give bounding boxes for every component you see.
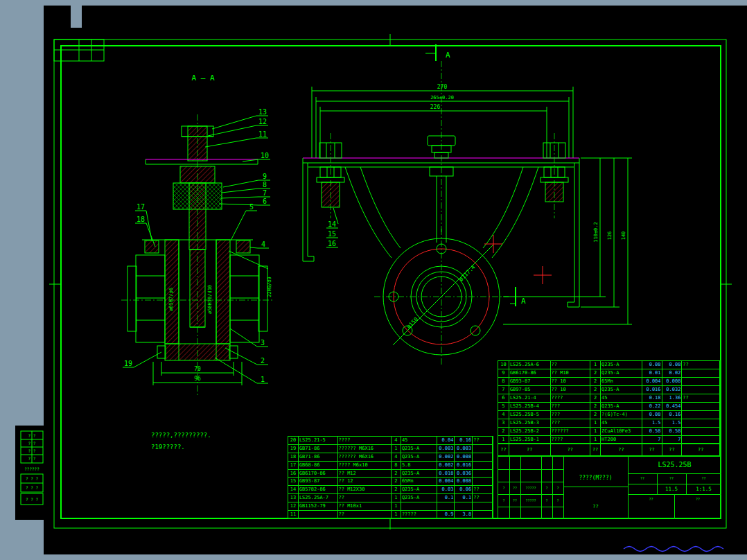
bom-cell-seq: 7 [498, 386, 509, 394]
bom-cell-qty: 8 [392, 462, 401, 470]
bom-cell-total-weight: 0.036 [455, 470, 473, 478]
bom-header-cell: ?? [551, 444, 591, 456]
title-block: ? ?? ????? ? ? ? ?? ????? ? ? ????(M???)… [498, 456, 721, 518]
bom-row: 4 LS25.25B-5 ??? 2 ?(6)Tc-4) 0.08 0.16 [498, 411, 720, 419]
bom-cell-material: 45 [401, 437, 437, 445]
bom-header-cell: ?? [601, 444, 642, 456]
margin-text: ? ? ? [26, 497, 38, 502]
bom-cell-material: 5.8 [401, 462, 437, 470]
dim-270: 270 [437, 84, 448, 90]
callout-4: 4 [261, 240, 265, 248]
bom-cell-total-weight: 0.06 [455, 486, 473, 494]
bom-cell-total-weight: 0.008 [455, 478, 473, 486]
dim-hub-fit: ø50H10/d10 [207, 285, 213, 314]
bom-cell-unit-weight: 0.22 [642, 403, 662, 411]
bom-cell-seq: 8 [498, 378, 509, 386]
bom-cell-remark [682, 411, 720, 419]
bom-cell-seq: 12 [288, 502, 299, 511]
callout-1: 1 [261, 376, 265, 383]
bom-cell-total-weight: 3.8 [455, 511, 473, 519]
section-view-title: A — A [191, 73, 214, 82]
bom-cell-name: ?? M10x1 [338, 502, 392, 511]
callout-2: 2 [261, 357, 265, 365]
bom-cell-unit-weight: 0.03 [437, 486, 455, 494]
bom-cell-code: LS25.25A-7 [299, 494, 338, 502]
bom-cell-qty: 4 [392, 453, 401, 462]
bom-row: 20 LS25.21-5 ???? 4 45 0.04 0.16 ?? [288, 437, 493, 445]
bom-row: 12 GB1152-79 ?? M10x1 1 [288, 502, 493, 511]
bom-row: 8 GB93-87 ?? 10 2 65Mn 0.004 0.008 [498, 378, 720, 386]
bom-table-left: 20 LS25.21-5 ???? 4 45 0.04 0.16 ?? 19 G… [288, 436, 493, 518]
bom-cell-name: ??? [551, 411, 591, 419]
bom-cell-code: GB6170-86 [509, 369, 551, 378]
bom-cell-code: GB5782-86 [299, 486, 338, 494]
bom-cell-material: ZCuAl10Fe3 [601, 428, 642, 436]
bom-cell-unit-weight: 0.58 [642, 428, 662, 436]
bom-cell-qty: 1 [392, 502, 401, 511]
bom-cell-material: 45 [601, 419, 642, 428]
bom-cell-unit-weight: 0.002 [437, 462, 455, 470]
bom-cell-total-weight: 0.1 [455, 494, 473, 502]
bom-cell-material: 65Mn [601, 378, 642, 386]
title-mark-label: ?? [628, 473, 657, 484]
bom-cell-name: ?? [551, 361, 591, 369]
callout-3: 3 [261, 339, 265, 347]
bom-cell-unit-weight: 0.01 [642, 369, 662, 378]
bom-cell-total-weight: 0.032 [662, 386, 683, 394]
bom-cell-remark [682, 403, 720, 411]
bom-row: 14 GB5782-86 ?? M12X30 2 Q235-A 0.03 0.0… [288, 486, 493, 494]
bom-cell-total-weight: 0.08 [662, 361, 683, 369]
bom-cell-material: Q235-A [601, 403, 642, 411]
bom-row: 11 ?? 1 ????? 0.9 3.8 [288, 511, 493, 519]
bom-cell-code: GB71-86 [299, 453, 338, 462]
bom-cell-remark [682, 378, 720, 386]
title-drawing-number: LS25.25B [628, 457, 721, 473]
bom-cell-material: Q235-A [601, 361, 642, 369]
bom-cell-material: ?(6)Tc-4) [601, 411, 642, 419]
bom-cell-seq: 5 [498, 403, 509, 411]
callout-9: 9 [263, 173, 267, 180]
bom-header-cell: ?? [662, 444, 683, 456]
dim-226: 226 [430, 104, 441, 110]
title-weight-label: ?? [657, 473, 686, 484]
bom-cell-code: GB93-87 [509, 378, 551, 386]
bom-cell-name: ?? M12X30 [338, 486, 392, 494]
bom-header-cell: ?? [682, 444, 720, 456]
bom-cell-seq: 3 [498, 419, 509, 428]
bom-cell-qty: 1 [392, 494, 401, 502]
bom-row: 10 LS25.25A-6 ?? 1 Q235-A 0.08 0.08 ?? [498, 361, 720, 369]
bom-cell-seq: 14 [288, 486, 299, 494]
rev-cell: ? [498, 482, 509, 494]
section-marker-right: A [521, 297, 526, 306]
bom-row: 2 LS25.25B-2 ?????? 1 ZCuAl10Fe3 0.58 0.… [498, 428, 720, 436]
rev-cell: ?? [509, 494, 520, 507]
bom-cell-qty: 2 [392, 486, 401, 494]
bom-header-cell: ?? [590, 444, 601, 456]
title-scale-label: ?? [686, 473, 721, 484]
bom-cell-name: ?????? M6X16 [338, 453, 392, 462]
bom-cell-seq: 13 [288, 494, 299, 502]
callout-8: 8 [263, 181, 267, 189]
bom-cell-code: GB93-87 [299, 478, 338, 486]
bom-cell-name: ?? [338, 511, 392, 519]
bom-cell-qty: 2 [590, 403, 601, 411]
bom-cell-material: Q235-A [401, 445, 437, 453]
bom-cell-name: ?? 10 [551, 386, 591, 394]
bom-cell-code: LS25.25B-4 [509, 403, 551, 411]
bom-cell-qty: 2 [392, 478, 401, 486]
bom-cell-seq: 10 [498, 361, 509, 369]
bom-cell-code: LS25.25B-3 [509, 419, 551, 428]
bom-cell-total-weight [455, 502, 473, 511]
section-view-a-a: A — A [121, 73, 274, 396]
callout-18: 18 [137, 216, 145, 223]
bom-cell-remark [682, 428, 720, 436]
front-view: A 270 265±0.20 226 [303, 44, 632, 365]
bom-cell-name: ???? [338, 437, 392, 445]
bom-cell-seq: 9 [498, 369, 509, 378]
bom-cell-seq: 6 [498, 394, 509, 403]
bom-cell-seq: 16 [288, 470, 299, 478]
rev-cell: ? [552, 494, 563, 507]
bom-cell-material: Q235-A [601, 386, 642, 394]
title-part-name: ????(M???) [563, 469, 628, 487]
bom-cell-remark: ?? [473, 494, 493, 502]
